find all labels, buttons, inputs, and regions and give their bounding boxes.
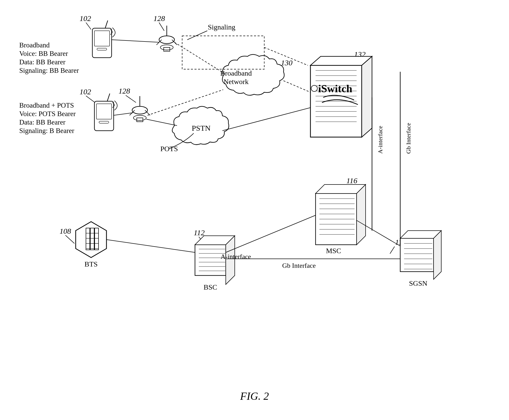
svg-text:A-interface: A-interface xyxy=(377,126,384,154)
svg-text:MSC: MSC xyxy=(326,247,341,255)
svg-text:SGSN: SGSN xyxy=(409,279,427,287)
svg-text:Gb Interface: Gb Interface xyxy=(405,123,412,154)
svg-text:128: 128 xyxy=(153,14,165,23)
svg-text:FIG. 2: FIG. 2 xyxy=(240,390,269,402)
svg-text:Data:  BB Bearer: Data: BB Bearer xyxy=(19,58,65,66)
svg-text:128: 128 xyxy=(119,87,130,95)
svg-text:130: 130 xyxy=(281,58,292,67)
diagram-container: 102 128 Signaling 130 132 102 128 116 11… xyxy=(0,0,509,420)
svg-text:BSC: BSC xyxy=(204,283,217,291)
svg-text:Network: Network xyxy=(223,78,249,86)
svg-text:Broadband: Broadband xyxy=(220,69,252,77)
svg-marker-48 xyxy=(362,56,372,137)
svg-text:Voice: BB Bearer: Voice: BB Bearer xyxy=(19,50,68,57)
svg-text:Signaling: B Bearer: Signaling: B Bearer xyxy=(19,127,74,135)
svg-text:A-interface: A-interface xyxy=(221,253,251,260)
svg-marker-47 xyxy=(310,56,372,65)
svg-text:BTS: BTS xyxy=(84,260,97,268)
svg-text:Broadband: Broadband xyxy=(19,41,50,49)
svg-marker-75 xyxy=(434,231,441,279)
svg-text:PSTN: PSTN xyxy=(192,124,210,132)
svg-text:108: 108 xyxy=(60,227,71,235)
svg-text:Signaling: Signaling xyxy=(208,23,235,31)
svg-text:Data: BB Bearer: Data: BB Bearer xyxy=(19,118,65,126)
svg-text:Broadband + POTS: Broadband + POTS xyxy=(19,101,74,109)
svg-text:Voice:  POTS Bearer: Voice: POTS Bearer xyxy=(19,110,76,118)
svg-marker-64 xyxy=(357,185,366,245)
svg-text:iSwitch: iSwitch xyxy=(318,83,352,95)
svg-text:116: 116 xyxy=(346,176,357,185)
svg-text:102: 102 xyxy=(80,87,91,96)
svg-text:112: 112 xyxy=(194,228,205,237)
svg-text:Gb Interface: Gb Interface xyxy=(282,262,316,269)
svg-text:Signaling: BB Bearer: Signaling: BB Bearer xyxy=(19,67,79,74)
svg-text:102: 102 xyxy=(80,14,91,23)
main-diagram-svg: 102 128 Signaling 130 132 102 128 116 11… xyxy=(0,0,509,420)
